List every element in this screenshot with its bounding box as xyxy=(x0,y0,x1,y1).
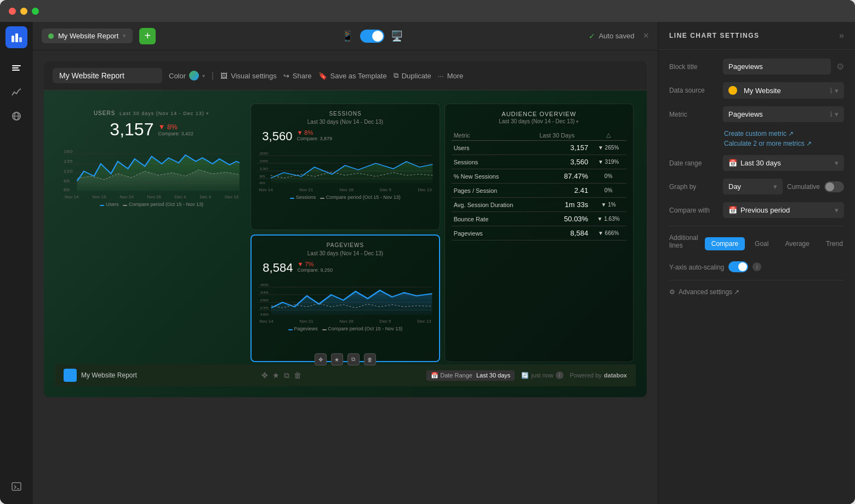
copy-handle[interactable]: ⧉ xyxy=(347,353,360,365)
metric-select[interactable]: Pageviews ℹ ▾ xyxy=(723,106,844,122)
metric-control: Pageviews ℹ ▾ xyxy=(723,106,844,122)
row-change: ▼ 1% xyxy=(590,198,626,212)
metric-info-icon[interactable]: ℹ xyxy=(830,110,833,118)
compare-button[interactable]: Compare xyxy=(705,237,745,250)
date-range-select[interactable]: 📅 Last 30 days ▾ xyxy=(723,155,844,171)
settings-gear-icon[interactable]: ⚙ xyxy=(836,61,844,72)
move-handle[interactable]: ✥ xyxy=(315,353,327,365)
compare-calendar-icon: 📅 xyxy=(728,206,737,214)
device-toggle[interactable] xyxy=(360,30,384,43)
sessions-legend: Sessions Compare period (Oct 15 - Nov 13… xyxy=(258,194,432,200)
y-axis-info-icon[interactable]: i xyxy=(753,262,761,271)
y-axis-label: Y-axis auto-scaling xyxy=(669,261,724,271)
row-change: ▼ 666% xyxy=(590,226,626,240)
block-title-input[interactable] xyxy=(723,59,831,75)
sidebar-item-analytics[interactable] xyxy=(5,81,27,103)
visual-settings-button[interactable]: 🖼 Visual settings xyxy=(220,72,277,80)
more-button[interactable]: ··· More xyxy=(438,72,463,80)
additional-lines-label: Additional lines xyxy=(669,234,698,249)
sync-info-icon[interactable]: i xyxy=(556,371,563,379)
table-row: Sessions 3,560 ▼ 319% xyxy=(452,155,626,169)
additional-lines-section: Additional lines Compare Goal Average Tr… xyxy=(669,234,844,254)
audience-dropdown-icon[interactable]: ▾ xyxy=(576,119,579,124)
date-range-badge[interactable]: 📅 Date Range Last 30 days xyxy=(426,370,515,381)
panel-header: LINE CHART SETTINGS » xyxy=(658,22,855,50)
minimize-button[interactable] xyxy=(20,8,27,15)
users-dropdown-icon[interactable]: ▾ xyxy=(206,111,209,116)
metric-label: Metric xyxy=(669,111,719,118)
footer-right: 📅 Date Range Last 30 days 🔄 just now i xyxy=(426,370,627,381)
pageviews-legend: Pageviews Compare period (Oct 15 - Nov 1… xyxy=(258,326,432,331)
svg-text:110: 110 xyxy=(64,169,73,174)
y-axis-toggle[interactable] xyxy=(728,261,748,272)
trash-icon[interactable]: 🗑 xyxy=(294,371,301,380)
data-source-select[interactable]: My Website ℹ ▾ xyxy=(723,82,844,99)
duplicate-button[interactable]: ⧉ Duplicate xyxy=(394,71,431,80)
report-tab[interactable]: My Website Report ▾ xyxy=(42,28,133,43)
datasource-arrow-icon: ▾ xyxy=(835,87,839,95)
users-chart-dates: Nov 14Nov 19Nov 24Nov 29Dec 4Dec 9Dec 13 xyxy=(64,194,240,199)
pageviews-change: ▼ 7% xyxy=(297,261,333,267)
datasource-info-icon[interactable]: ℹ xyxy=(830,87,833,95)
star-handle[interactable]: ★ xyxy=(331,353,343,365)
sidebar-item-terminal[interactable] xyxy=(5,476,27,497)
main-scroll-area[interactable]: Color ▾ | 🖼 Visual settings ↪ Share xyxy=(33,50,658,504)
widget-audience: AUDIENCE OVERVIEW Last 30 days (Nov 14 -… xyxy=(444,104,634,362)
calculate-metrics-link[interactable]: Calculate 2 or more metrics ↗ xyxy=(724,140,844,147)
row-metric: Users xyxy=(452,141,538,155)
col-last30: Last 30 Days xyxy=(537,130,590,141)
panel-close-button[interactable]: » xyxy=(839,31,844,41)
app-logo[interactable] xyxy=(5,26,27,48)
metric-row: Metric Pageviews ℹ ▾ xyxy=(669,106,844,122)
y-axis-row: Y-axis auto-scaling i xyxy=(669,261,844,272)
compare-with-arrow-icon: ▾ xyxy=(835,206,839,214)
graph-by-select[interactable]: Day ▾ xyxy=(723,179,783,194)
goal-button[interactable]: Goal xyxy=(748,237,775,250)
widget-users[interactable]: USERS Last 30 days (Nov 14 - Dec 13) ▾ 3… xyxy=(55,101,248,364)
sidebar-item-reports[interactable] xyxy=(5,57,27,79)
maximize-button[interactable] xyxy=(32,8,39,15)
close-button[interactable] xyxy=(9,8,16,15)
tab-title: My Website Report xyxy=(58,32,118,40)
svg-rect-3 xyxy=(12,65,21,66)
panel-divider-1 xyxy=(669,226,844,226)
color-label: Color xyxy=(169,72,186,80)
trend-button[interactable]: Trend xyxy=(819,237,850,250)
tab-status-dot xyxy=(48,33,54,39)
report-title-input[interactable] xyxy=(53,68,162,83)
footer-logo-icon xyxy=(64,369,77,382)
widget-sessions[interactable]: SESSIONS Last 30 days (Nov 14 - Dec 13) … xyxy=(250,104,440,230)
widget-pageviews[interactable]: PAGEVIEWS Last 30 days (Nov 14 - Dec 13)… xyxy=(250,234,440,362)
star-icon[interactable]: ★ xyxy=(272,371,280,380)
share-button[interactable]: ↪ Share xyxy=(283,72,312,80)
color-picker-button[interactable]: Color ▾ xyxy=(169,71,205,81)
copy-icon[interactable]: ⧉ xyxy=(284,371,289,380)
compare-with-select[interactable]: 📅 Previous period ▾ xyxy=(723,202,844,218)
sidebar-item-data[interactable] xyxy=(5,105,27,127)
cumulative-toggle[interactable] xyxy=(824,181,844,192)
dashboard-preview: USERS Last 30 days (Nov 14 - Dec 13) ▾ 3… xyxy=(44,90,647,397)
tab-dropdown-arrow[interactable]: ▾ xyxy=(123,32,126,39)
svg-text:130: 130 xyxy=(260,167,269,171)
mobile-icon[interactable]: 📱 xyxy=(341,30,354,42)
delete-handle[interactable]: 🗑 xyxy=(364,353,376,365)
report-toolbar: Color ▾ | 🖼 Visual settings ↪ Share xyxy=(44,61,647,90)
footer-controls[interactable]: ✥ ★ ⧉ 🗑 xyxy=(261,371,301,380)
device-switcher: 📱 🖥️ xyxy=(162,30,582,43)
brand-name: databox xyxy=(604,372,627,379)
save-icon: 🔖 xyxy=(318,72,327,80)
advanced-settings-link[interactable]: ⚙ Advanced settings ↗ xyxy=(669,288,844,296)
add-report-button[interactable]: + xyxy=(139,28,156,44)
date-range-control: 📅 Last 30 days ▾ xyxy=(723,155,844,171)
average-button[interactable]: Average xyxy=(778,237,816,250)
create-custom-metric-link[interactable]: Create custom metric ↗ xyxy=(724,130,844,138)
move-icon[interactable]: ✥ xyxy=(261,371,268,380)
desktop-icon[interactable]: 🖥️ xyxy=(391,30,403,42)
users-value: 3,157 xyxy=(110,119,153,140)
widgets-grid: USERS Last 30 days (Nov 14 - Dec 13) ▾ 3… xyxy=(55,101,636,364)
close-panel-button[interactable]: × xyxy=(643,30,649,42)
users-legend: Users Compare period (Oct 15 - Nov 13) xyxy=(64,202,240,207)
row-change: 0% xyxy=(590,184,626,198)
svg-text:95: 95 xyxy=(260,175,266,179)
save-template-button[interactable]: 🔖 Save as Template xyxy=(318,72,387,80)
